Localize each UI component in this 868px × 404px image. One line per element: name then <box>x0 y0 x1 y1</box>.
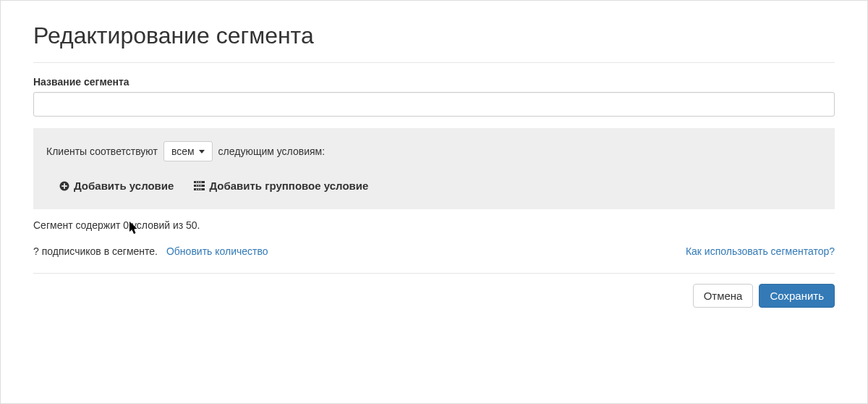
page-title: Редактирование сегмента <box>33 22 835 49</box>
refresh-count-link[interactable]: Обновить количество <box>166 245 268 257</box>
svg-rect-12 <box>196 189 197 190</box>
add-condition-button[interactable]: Добавить условие <box>59 180 174 192</box>
divider <box>33 62 835 63</box>
svg-rect-13 <box>198 189 200 190</box>
svg-rect-10 <box>198 185 200 187</box>
footer-divider <box>33 273 835 274</box>
help-link[interactable]: Как использовать сегментатор? <box>686 245 835 257</box>
add-condition-label: Добавить условие <box>74 180 174 192</box>
cancel-button[interactable]: Отмена <box>693 284 754 308</box>
conditions-mode-select[interactable]: всем <box>163 141 213 161</box>
segment-name-input[interactable] <box>33 92 835 117</box>
conditions-mode-value: всем <box>171 146 195 157</box>
save-button[interactable]: Сохранить <box>759 284 835 308</box>
svg-rect-14 <box>200 189 202 190</box>
svg-rect-9 <box>196 185 197 187</box>
add-group-condition-button[interactable]: Добавить групповое условие <box>194 180 368 192</box>
conditions-prefix-text: Клиенты соответствуют <box>46 146 158 157</box>
conditions-panel: Клиенты соответствуют всем следующим усл… <box>33 128 835 209</box>
segment-name-label: Название сегмента <box>33 76 835 88</box>
subscribers-count-text: ? подписчиков в сегменте. <box>33 245 158 257</box>
conditions-count-text: Сегмент содержит 0 условий из 50. <box>33 219 835 231</box>
svg-rect-8 <box>200 182 202 183</box>
conditions-suffix-text: следующим условиям: <box>218 146 325 157</box>
svg-rect-11 <box>200 185 202 187</box>
svg-rect-6 <box>196 182 197 183</box>
plus-circle-icon <box>59 181 69 191</box>
group-icon <box>194 181 205 190</box>
caret-down-icon <box>199 150 205 153</box>
add-group-condition-label: Добавить групповое условие <box>209 180 368 192</box>
svg-rect-7 <box>198 182 200 183</box>
svg-rect-2 <box>61 185 67 187</box>
